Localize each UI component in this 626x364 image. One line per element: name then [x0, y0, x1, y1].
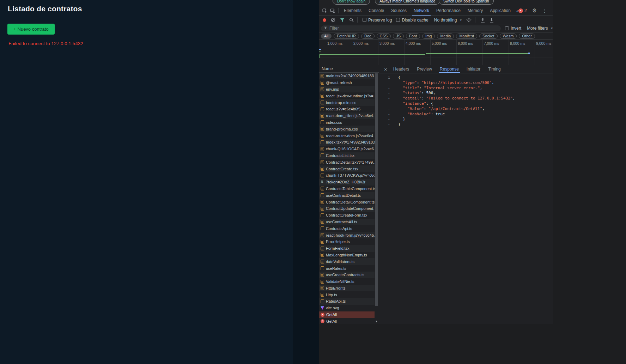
network-request-row[interactable]: useContractsAll.ts — [319, 219, 375, 225]
network-request-row[interactable]: useContractDetail.ts — [319, 192, 375, 199]
record-button[interactable] — [323, 18, 326, 22]
error-count-badge[interactable]: × 2 — [518, 8, 527, 13]
network-request-row[interactable]: react-dom_client.js?v=c6c4… — [319, 113, 375, 119]
network-conditions-icon[interactable] — [466, 18, 472, 22]
type-filter-js[interactable]: JS — [393, 34, 404, 39]
network-request-row[interactable]: ×GetAll — [319, 318, 375, 324]
invert-checkbox[interactable] — [505, 26, 509, 30]
scrollbar-thumb[interactable] — [375, 73, 378, 306]
network-request-row[interactable]: vite.svg — [319, 305, 375, 311]
waterfall-bar — [426, 53, 528, 54]
network-request-row[interactable]: bootstrap.min.css — [319, 99, 375, 106]
type-filter-wasm[interactable]: Wasm — [500, 34, 517, 39]
timeline-overview[interactable]: 1,000 ms2,000 ms3,000 ms4,000 ms5,000 ms… — [319, 40, 553, 65]
scroll-down-icon[interactable]: ▼ — [375, 320, 378, 323]
network-request-row[interactable]: RatesApi.ts — [319, 298, 375, 305]
disable-cache-checkbox[interactable] — [396, 18, 400, 22]
devtools-tab-elements[interactable]: Elements — [340, 6, 365, 16]
inspect-icon[interactable] — [322, 8, 327, 13]
network-filter-bar: Filter Invert More filters ▾ — [319, 24, 553, 32]
type-filter-socket[interactable]: Socket — [479, 34, 498, 39]
network-filter-input[interactable]: Filter — [321, 25, 501, 31]
network-request-row[interactable]: index.css — [319, 119, 375, 126]
disable-cache-toggle[interactable]: Disable cache — [396, 18, 428, 23]
network-request-row[interactable]: react-hook-form.js?v=c6c4b… — [319, 232, 375, 238]
detail-tab-response[interactable]: Response — [436, 65, 463, 73]
network-request-row[interactable]: dateValidators.ts — [319, 258, 375, 265]
menu-dots-icon[interactable]: ⋮ — [542, 8, 547, 13]
network-request-row[interactable]: ContractsApi.ts — [319, 225, 375, 232]
network-request-row[interactable]: ContractsTableComponent.tsx — [319, 186, 375, 192]
network-request-row[interactable]: ×GetAll — [319, 311, 375, 318]
switch-devtools-spanish-button[interactable]: Switch DevTools to Spanish — [439, 0, 494, 5]
devtools-tab-memory[interactable]: Memory — [464, 6, 486, 16]
network-request-row[interactable]: ContractCreate.tsx — [319, 165, 375, 172]
more-filters-button[interactable]: More filters ▾ — [527, 26, 553, 31]
dont-show-again-button[interactable]: Don't show again — [333, 0, 370, 5]
network-request-row[interactable]: brand-proxima.css — [319, 126, 375, 132]
network-request-row[interactable]: ContractUpdateComponent… — [319, 205, 375, 212]
error-icon: × — [321, 313, 324, 317]
type-filter-media[interactable]: Media — [437, 34, 454, 39]
network-request-row[interactable]: ContractDetailComponent.tsx — [319, 199, 375, 205]
network-request-row[interactable]: react_jsx-dev-runtime.js?v=… — [319, 92, 375, 99]
column-header-name[interactable]: Name — [319, 65, 379, 73]
clear-icon[interactable] — [331, 18, 335, 22]
devtools-tab-console[interactable]: Console — [365, 6, 388, 16]
network-request-row[interactable]: @react-refresh — [319, 79, 375, 86]
devtools-tab-network[interactable]: Network — [410, 6, 433, 16]
type-filter-all[interactable]: All — [321, 34, 332, 39]
match-chrome-language-button[interactable]: Always match Chrome's language — [375, 0, 440, 5]
network-request-row[interactable]: useCreateContracts.ts — [319, 272, 375, 278]
type-filter-doc[interactable]: Doc — [361, 34, 375, 39]
type-filter-other[interactable]: Other — [519, 34, 535, 39]
new-contract-button[interactable]: + Nuevo contrato — [7, 24, 55, 35]
devtools-tab-application[interactable]: Application — [486, 6, 514, 16]
detail-tab-initiator[interactable]: Initiator — [463, 65, 484, 73]
type-filter-img[interactable]: Img — [422, 34, 435, 39]
preserve-log-checkbox[interactable] — [363, 18, 366, 22]
type-filter-css[interactable]: CSS — [377, 34, 391, 39]
network-request-row[interactable]: chunk-T37TWCKW.js?v=c6c… — [319, 172, 375, 179]
network-request-row[interactable]: useRates.ts — [319, 265, 375, 272]
network-request-row[interactable]: chunk-QH6HOCAD.js?v=c6… — [319, 146, 375, 152]
search-icon[interactable] — [349, 18, 354, 22]
throttling-select[interactable]: No throttling ▾ — [434, 18, 462, 23]
request-name: ValidateNifNie.ts — [326, 279, 354, 284]
network-request-row[interactable]: ValidateNifNie.ts — [319, 278, 375, 285]
network-request-row[interactable]: FormField.tsx — [319, 245, 375, 252]
type-filter-manifest[interactable]: Manifest — [456, 34, 477, 39]
detail-tab-timing[interactable]: Timing — [484, 65, 505, 73]
devtools-tab-sources[interactable]: Sources — [388, 6, 410, 16]
network-request-row[interactable]: Index.tsx?t=1749923489183 — [319, 139, 375, 146]
network-request-row[interactable]: HttpError.ts — [319, 285, 375, 292]
devtools-tab-performance[interactable]: Performance — [433, 6, 464, 16]
settings-gear-icon[interactable]: ⚙ — [532, 7, 537, 14]
type-filter-fetch-xhr[interactable]: Fetch/XHR — [334, 34, 359, 39]
network-request-row[interactable]: Http.ts — [319, 291, 375, 298]
network-request-row[interactable]: react-router-dom.js?v=c6c4… — [319, 132, 375, 139]
network-request-row[interactable]: env.mjs — [319, 86, 375, 93]
devtools-window: Don't show again Always match Chrome's l… — [319, 0, 553, 324]
network-request-row[interactable]: main.tsx?t=1749923489183 — [319, 73, 375, 79]
request-name: react.js?v=c6c4b6f5 — [326, 107, 360, 111]
network-request-row[interactable]: ContractsList.tsx — [319, 152, 375, 159]
import-har-icon[interactable] — [481, 18, 485, 23]
type-filter-font[interactable]: Font — [406, 34, 420, 39]
filter-funnel-icon[interactable] — [340, 18, 345, 22]
export-har-icon[interactable] — [490, 18, 494, 23]
detail-tab-preview[interactable]: Preview — [413, 65, 436, 73]
close-icon[interactable]: × — [384, 66, 387, 72]
network-request-row[interactable]: ContractCreateForm.tsx — [319, 212, 375, 219]
network-request-row[interactable]: react.js?v=c6c4b6f5 — [319, 106, 375, 113]
preserve-log-toggle[interactable]: Preserve log — [363, 18, 392, 23]
invert-toggle[interactable]: Invert — [505, 26, 521, 31]
network-request-row[interactable]: ⇅?token=2OoZ_H0Biv3r — [319, 179, 375, 186]
network-request-row[interactable]: MaxLengthNonEmpty.ts — [319, 252, 375, 259]
request-list-scrollbar[interactable]: ▼ — [375, 73, 378, 324]
request-name: HttpError.ts — [326, 286, 346, 290]
detail-tab-headers[interactable]: Headers — [389, 65, 413, 73]
device-toolbar-icon[interactable] — [330, 8, 335, 13]
network-request-row[interactable]: ContractDetail.tsx?t=17499… — [319, 159, 375, 165]
network-request-row[interactable]: ErrorHelper.ts — [319, 238, 375, 245]
